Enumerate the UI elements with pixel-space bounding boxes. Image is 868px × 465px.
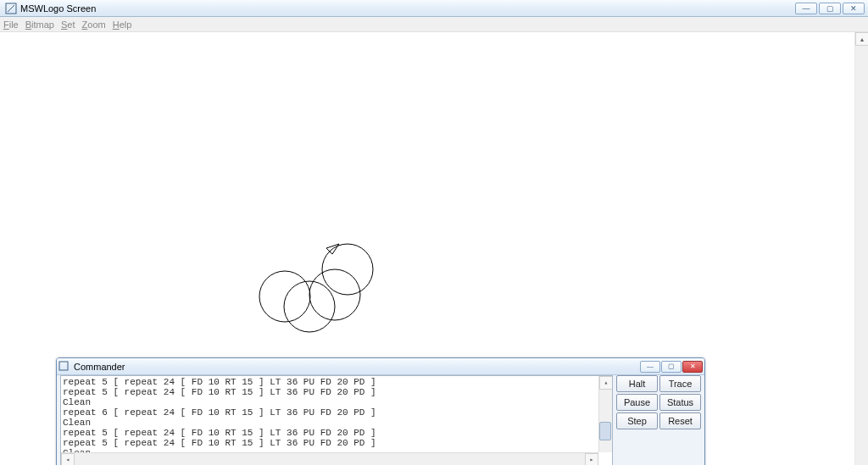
minimize-button[interactable]: — [795,3,817,14]
commander-titlebar[interactable]: Commander — ▢ ✕ [57,358,704,375]
menu-set[interactable]: Set [61,19,75,30]
status-button[interactable]: Status [659,394,701,411]
trace-button[interactable]: Trace [659,375,701,392]
scroll-thumb[interactable] [599,422,611,440]
commander-buttons: Halt Trace Pause Status Step Reset [616,375,701,465]
window-title: MSWLogo Screen [20,3,96,14]
maximize-button[interactable]: ▢ [819,3,841,14]
window-controls: — ▢ ✕ [795,3,865,14]
scroll-up-icon[interactable]: ▴ [855,32,868,46]
commander-minimize-button[interactable]: — [640,361,660,373]
app-icon [5,3,17,14]
history-line: repeat 5 [ repeat 24 [ FD 10 RT 15 ] LT … [63,438,610,448]
menu-file[interactable]: File [3,19,19,30]
commander-maximize-button[interactable]: ▢ [661,361,682,373]
menu-bitmap[interactable]: Bitmap [25,19,54,30]
turtle-drawing [246,202,398,337]
halt-button[interactable]: Halt [616,375,658,392]
commander-close-button[interactable]: ✕ [682,361,703,373]
step-button[interactable]: Step [616,412,658,429]
commander-window: Commander — ▢ ✕ repeat 5 [ repeat 24 [ F… [56,357,705,465]
menubar: File Bitmap Set Zoom Help [0,17,868,32]
history-line: repeat 6 [ repeat 24 [ FD 10 RT 15 ] LT … [63,407,610,418]
vertical-scrollbar[interactable]: ▴ [854,32,868,465]
commander-title: Commander [74,362,125,372]
pause-button[interactable]: Pause [616,394,658,411]
svg-point-3 [309,269,360,320]
svg-rect-5 [59,362,68,370]
scroll-up-icon[interactable]: ▴ [599,376,613,390]
history-line: repeat 5 [ repeat 24 [ FD 10 RT 15 ] LT … [63,387,610,397]
history-line: Clean [63,397,610,407]
reset-button[interactable]: Reset [659,412,701,429]
menu-help[interactable]: Help [113,19,132,30]
history-horizontal-scrollbar[interactable]: ◂ ▸ [61,452,598,465]
history-line: Clean [63,418,610,428]
command-history[interactable]: repeat 5 [ repeat 24 [ FD 10 RT 15 ] LT … [60,375,613,465]
scroll-left-icon[interactable]: ◂ [61,453,75,465]
main-titlebar: MSWLogo Screen — ▢ ✕ [0,0,868,17]
close-button[interactable]: ✕ [843,3,865,14]
commander-icon [58,361,69,373]
history-line: repeat 5 [ repeat 24 [ FD 10 RT 15 ] LT … [63,428,610,438]
canvas-area: ▴ Commander — ▢ ✕ repeat 5 [ repeat 24 [… [0,32,868,465]
history-vertical-scrollbar[interactable]: ▴ [598,376,612,452]
scroll-right-icon[interactable]: ▸ [585,453,598,465]
menu-zoom[interactable]: Zoom [82,19,106,30]
history-line: repeat 5 [ repeat 24 [ FD 10 RT 15 ] LT … [63,377,610,387]
